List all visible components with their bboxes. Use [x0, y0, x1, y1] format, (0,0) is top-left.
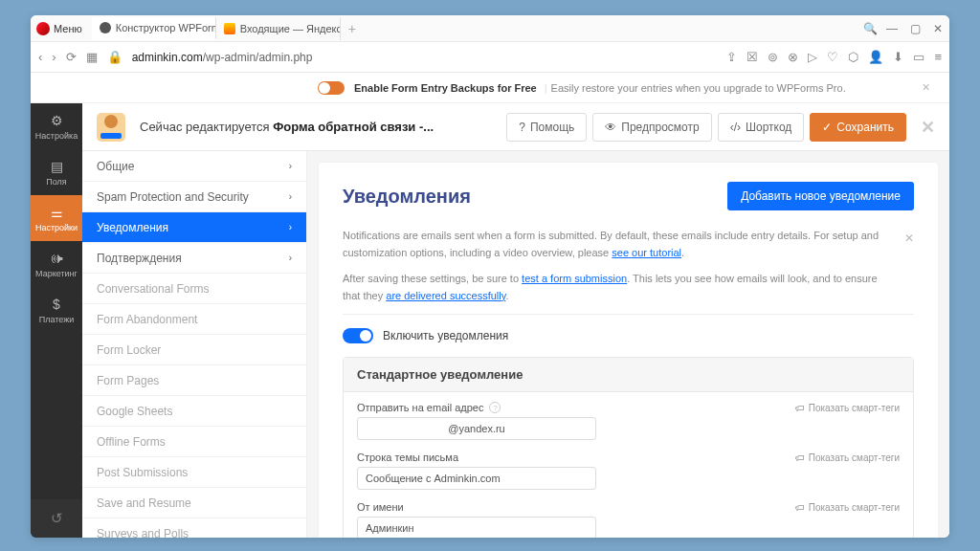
- sidebar-item-general[interactable]: Общие›: [82, 151, 306, 182]
- nav-history[interactable]: ↺: [31, 499, 82, 538]
- close-window-icon[interactable]: ✕: [932, 22, 944, 35]
- enable-label: Включить уведомления: [383, 329, 508, 342]
- sidebar-item-conversational[interactable]: Conversational Forms: [82, 274, 306, 304]
- add-notification-button[interactable]: Добавить новое уведомление: [727, 182, 914, 210]
- new-tab-button[interactable]: +: [341, 21, 364, 36]
- sidebar-item-sheets[interactable]: Google Sheets: [82, 396, 306, 427]
- sidebar-item-locker[interactable]: Form Locker: [82, 335, 306, 365]
- chevron-right-icon: ›: [289, 161, 292, 171]
- ext-icon[interactable]: ▭: [913, 50, 924, 64]
- chevron-right-icon: ›: [289, 191, 292, 202]
- chart-icon: 🕪: [50, 251, 63, 266]
- history-icon: ↺: [51, 510, 63, 527]
- help-button[interactable]: ?Помощь: [506, 113, 587, 142]
- browser-tab[interactable]: Конструктор WPForms ‹ А ✕: [92, 17, 216, 40]
- sidebar-item-spam[interactable]: Spam Protection and Security›: [82, 182, 306, 212]
- maximize-icon[interactable]: ▢: [909, 22, 921, 35]
- shortcode-button[interactable]: ‹/›Шорткод: [718, 113, 805, 142]
- panel-title: Стандартное уведомление: [344, 358, 913, 392]
- header-title: Сейчас редактируется Форма обратной связ…: [140, 120, 501, 134]
- smart-tags-link[interactable]: 🏷Показать смарт-теги: [795, 452, 900, 463]
- sidebar-item-confirmations[interactable]: Подтверждения›: [82, 243, 306, 274]
- search-icon[interactable]: 🔍: [863, 22, 875, 35]
- description-1: Notifications are emails sent when a for…: [343, 228, 914, 261]
- code-icon: ‹/›: [730, 121, 741, 134]
- forward-icon[interactable]: ›: [52, 50, 56, 64]
- enable-toggle[interactable]: [343, 328, 373, 343]
- sidebar-item-notifications[interactable]: Уведомления›: [82, 212, 306, 243]
- check-icon: ✓: [822, 121, 832, 134]
- yandex-icon: [224, 23, 235, 34]
- nav-marketing[interactable]: 🕪Маркетинг: [31, 241, 82, 287]
- chevron-right-icon: ›: [289, 253, 292, 263]
- settings-sidebar: Общие› Spam Protection and Security› Уве…: [82, 151, 307, 538]
- sidebar-item-offline[interactable]: Offline Forms: [82, 427, 306, 457]
- smart-tags-link[interactable]: 🏷Показать смарт-теги: [795, 403, 900, 413]
- close-builder-icon[interactable]: ✕: [921, 117, 935, 138]
- wpforms-logo: [97, 113, 125, 142]
- help-icon: ?: [519, 121, 525, 134]
- browser-tab[interactable]: Входящие — Яндекс Поч ✕: [216, 17, 341, 40]
- notice-text: Easily restore your entries when you upg…: [551, 82, 846, 94]
- sidebar-item-post[interactable]: Post Submissions: [82, 457, 306, 488]
- enable-notifications-row: Включить уведомления: [343, 314, 914, 357]
- help-icon[interactable]: ?: [489, 402, 501, 413]
- notice-toggle[interactable]: [318, 81, 345, 95]
- menu-icon[interactable]: ≡: [934, 50, 942, 64]
- notice-bar: Enable Form Entry Backups for Free | Eas…: [31, 73, 949, 103]
- sidebar-item-pages[interactable]: Form Pages: [82, 365, 306, 396]
- send-to-input[interactable]: [357, 417, 596, 440]
- nav-payments[interactable]: $Платежи: [31, 287, 82, 333]
- sidebar-item-abandonment[interactable]: Form Abandonment: [82, 304, 306, 335]
- description-2: After saving these settings, be sure to …: [343, 271, 914, 304]
- ext-icon[interactable]: ⊗: [788, 50, 798, 64]
- ext-icon[interactable]: ⬡: [848, 50, 858, 64]
- nav-settings[interactable]: ⚌Настройки: [31, 195, 82, 241]
- sliders-icon: ⚌: [51, 205, 63, 220]
- sidebar-item-surveys[interactable]: Surveys and Polls: [82, 518, 306, 538]
- eye-icon: 👁: [605, 121, 616, 134]
- tab-title: Конструктор WPForms ‹ А: [116, 22, 216, 33]
- close-desc-icon[interactable]: ✕: [904, 230, 914, 248]
- reload-icon[interactable]: ⟳: [66, 50, 77, 64]
- grid-icon[interactable]: ▦: [86, 50, 98, 64]
- from-name-label: От имени: [357, 501, 404, 513]
- send-to-label: Отправить на email адрес: [357, 402, 483, 413]
- nav-fields[interactable]: ▤Поля: [31, 149, 82, 195]
- minimize-icon[interactable]: —: [886, 22, 898, 35]
- chevron-right-icon: ›: [289, 222, 292, 232]
- ext-icon[interactable]: ⇪: [726, 50, 737, 64]
- url-input[interactable]: adminkin.com/wp-admin/admin.php: [132, 51, 718, 64]
- titlebar: Меню Конструктор WPForms ‹ А ✕ Входящие …: [31, 15, 949, 42]
- tab-title: Входящие — Яндекс Поч: [240, 23, 341, 34]
- menu-button[interactable]: Меню: [54, 23, 82, 34]
- smart-tags-link[interactable]: 🏷Показать смарт-теги: [795, 502, 900, 513]
- gear-icon: ⚙: [51, 113, 63, 128]
- back-icon[interactable]: ‹: [38, 50, 42, 64]
- preview-button[interactable]: 👁Предпросмотр: [592, 113, 711, 142]
- content-title: Уведомления: [343, 186, 471, 208]
- ext-icon[interactable]: ⊚: [768, 50, 778, 64]
- fields-icon: ▤: [51, 159, 63, 174]
- subject-input[interactable]: [357, 467, 596, 490]
- subject-label: Строка темы письма: [357, 452, 458, 463]
- ext-icon[interactable]: ▷: [808, 50, 817, 64]
- test-link[interactable]: test a form submission: [522, 273, 627, 284]
- sidebar-item-save-resume[interactable]: Save and Resume: [82, 488, 306, 518]
- person-icon: [100, 22, 111, 33]
- lock-icon: 🔒: [107, 50, 122, 64]
- tutorial-link[interactable]: see our tutorial: [612, 247, 681, 258]
- ext-icon[interactable]: ♡: [827, 50, 838, 64]
- notice-title: Enable Form Entry Backups for Free: [354, 82, 537, 94]
- close-notice-icon[interactable]: ✕: [922, 81, 930, 94]
- toolbar-icons: ⇪ ☒ ⊚ ⊗ ▷ ♡ ⬡ 👤 ⬇ ▭ ≡: [726, 50, 942, 64]
- from-name-input[interactable]: [357, 517, 596, 538]
- delivered-link[interactable]: are delivered successfully: [386, 290, 505, 301]
- nav-setup[interactable]: ⚙Настройка: [31, 103, 82, 149]
- content-panel: Уведомления Добавить новое уведомление N…: [319, 163, 938, 538]
- tag-icon: 🏷: [795, 452, 805, 463]
- ext-icon[interactable]: ☒: [746, 50, 758, 64]
- download-icon[interactable]: ⬇: [893, 50, 903, 64]
- save-button[interactable]: ✓Сохранить: [810, 113, 906, 142]
- avatar-icon[interactable]: 👤: [868, 50, 883, 64]
